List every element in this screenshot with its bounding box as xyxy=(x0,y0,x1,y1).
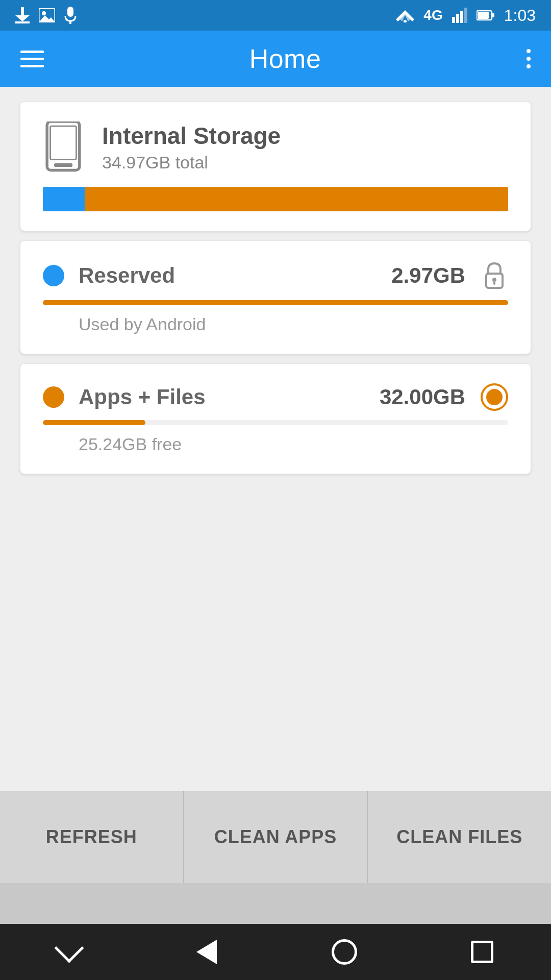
svg-rect-20 xyxy=(51,126,77,159)
svg-rect-13 xyxy=(460,11,463,23)
clean-files-button[interactable]: CLEAN FILES xyxy=(368,791,551,883)
storage-title: Internal Storage xyxy=(102,122,281,150)
back-icon xyxy=(196,940,217,964)
status-bar-right: 4G 1:03 xyxy=(396,6,536,25)
svg-rect-17 xyxy=(478,12,489,19)
network-label: 4G xyxy=(423,7,442,23)
refresh-button[interactable]: REFRESH xyxy=(0,791,184,883)
apps-progress-bar xyxy=(43,420,508,425)
apps-dot xyxy=(43,386,64,408)
download-icon xyxy=(15,7,30,23)
chevron-down-nav-button[interactable] xyxy=(48,932,89,972)
clean-apps-button[interactable]: CLEAN APPS xyxy=(184,791,368,883)
status-bar: 4G 1:03 xyxy=(0,0,551,31)
apps-label: Apps + Files xyxy=(79,385,206,409)
svg-rect-0 xyxy=(21,7,24,16)
apps-size: 32.00GB xyxy=(380,385,465,409)
home-button[interactable] xyxy=(324,932,365,972)
navigation-bar xyxy=(0,924,551,980)
signal-icon xyxy=(452,8,467,23)
home-icon xyxy=(332,939,357,965)
back-button[interactable] xyxy=(186,932,227,972)
radio-inner xyxy=(486,389,503,405)
apps-files-card: Apps + Files 32.00GB 25.24GB free xyxy=(20,364,531,474)
svg-rect-19 xyxy=(54,163,72,167)
svg-point-10 xyxy=(404,20,407,22)
svg-marker-8 xyxy=(396,10,414,21)
radio-button[interactable] xyxy=(481,383,508,411)
svg-rect-16 xyxy=(492,13,494,17)
svg-marker-5 xyxy=(39,15,55,22)
wifi-icon xyxy=(396,8,414,22)
bottom-gray-area xyxy=(0,883,551,924)
reserved-card: Reserved 2.97GB Used by Android xyxy=(20,241,531,354)
svg-rect-14 xyxy=(464,8,467,23)
battery-icon xyxy=(477,10,495,21)
chevron-down-icon xyxy=(59,946,80,959)
lock-icon xyxy=(481,260,508,291)
svg-rect-2 xyxy=(15,21,30,23)
svg-rect-11 xyxy=(452,17,455,23)
app-header: Home xyxy=(0,31,551,87)
apps-progress-fill xyxy=(43,420,145,425)
recents-icon xyxy=(471,941,493,963)
main-content: Internal Storage 34.97GB total Reserved … xyxy=(0,87,551,791)
page-title: Home xyxy=(249,43,321,74)
reserved-description: Used by Android xyxy=(43,314,508,334)
svg-marker-1 xyxy=(15,15,30,21)
apps-description: 25.24GB free xyxy=(43,434,508,454)
svg-rect-7 xyxy=(69,21,71,24)
more-options-button[interactable] xyxy=(527,49,531,68)
reserved-label: Reserved xyxy=(79,263,175,288)
recents-button[interactable] xyxy=(462,932,503,972)
action-bar: REFRESH CLEAN APPS CLEAN FILES xyxy=(0,791,551,883)
reserved-size: 2.97GB xyxy=(391,263,465,288)
storage-bar-blue xyxy=(43,187,85,211)
internal-storage-card: Internal Storage 34.97GB total xyxy=(20,102,531,231)
status-bar-left xyxy=(15,7,77,24)
mic-icon xyxy=(64,7,77,24)
storage-total: 34.97GB total xyxy=(102,153,281,173)
storage-progress-bar xyxy=(43,187,508,211)
svg-rect-12 xyxy=(456,14,459,23)
svg-rect-6 xyxy=(67,7,73,17)
svg-rect-23 xyxy=(493,281,495,285)
phone-icon xyxy=(43,121,84,173)
storage-bar-orange xyxy=(85,187,508,211)
svg-rect-18 xyxy=(47,121,80,170)
svg-point-4 xyxy=(42,11,46,15)
time-display: 1:03 xyxy=(504,6,536,25)
image-icon xyxy=(39,8,55,22)
reserved-dot xyxy=(43,265,64,286)
hamburger-menu-button[interactable] xyxy=(20,51,44,67)
reserved-progress-bar xyxy=(43,300,508,305)
